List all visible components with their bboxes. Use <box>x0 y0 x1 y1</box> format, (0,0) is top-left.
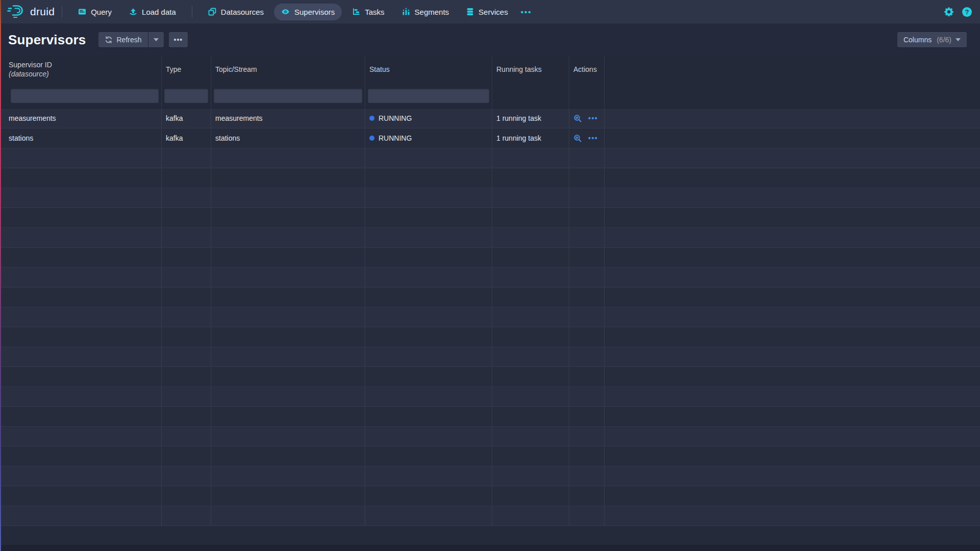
refresh-button-group: Refresh <box>98 32 164 47</box>
empty-cell <box>211 268 365 287</box>
column-header-label: Topic/Stream <box>215 65 365 74</box>
empty-table-row <box>0 287 980 307</box>
type-filter-input[interactable] <box>164 89 208 103</box>
empty-cell <box>161 367 211 386</box>
actions-cell: ••• <box>569 128 604 148</box>
column-header-supervisor-id[interactable]: Supervisor ID (datasource) <box>0 56 161 83</box>
nav-item-label: Datasources <box>221 8 264 16</box>
empty-table-row <box>0 466 980 486</box>
column-header-topic-stream[interactable]: Topic/Stream <box>211 56 365 83</box>
empty-cell <box>211 287 365 307</box>
empty-cell <box>161 208 211 227</box>
nav-item-load-data[interactable]: Load data <box>122 4 183 20</box>
status-filter-input[interactable] <box>368 89 489 103</box>
refresh-button[interactable]: Refresh <box>98 32 148 47</box>
empty-cell <box>365 327 492 347</box>
nav-item-label: Tasks <box>365 8 384 16</box>
topic-stream-filter-input[interactable] <box>214 89 362 103</box>
status-running-dot <box>369 116 374 121</box>
column-header-actions: Actions <box>569 56 604 83</box>
empty-cell <box>0 387 161 406</box>
empty-cell <box>492 268 569 287</box>
supervisor-id-filter-input[interactable] <box>11 89 159 103</box>
column-header-status[interactable]: Status <box>365 56 492 83</box>
gear-icon[interactable] <box>944 7 954 17</box>
empty-table-row <box>0 268 980 287</box>
nav-item-datasources[interactable]: Datasources <box>201 4 271 20</box>
column-header-running-tasks[interactable]: Running tasks <box>492 56 569 83</box>
empty-cell <box>492 327 569 347</box>
empty-table-row <box>0 327 980 347</box>
empty-cell <box>161 327 211 347</box>
filler-cell <box>604 109 980 128</box>
empty-cell <box>569 407 604 426</box>
empty-table-row <box>0 168 980 188</box>
filter-cell <box>569 83 604 108</box>
empty-cell <box>161 307 211 327</box>
empty-cell <box>365 168 492 188</box>
supervisors-eye-icon <box>281 8 290 16</box>
empty-table-row <box>0 387 980 407</box>
nav-overflow-more-icon[interactable]: ••• <box>517 4 536 20</box>
bottom-bar <box>0 545 980 551</box>
empty-table-row <box>0 427 980 447</box>
empty-cell <box>161 287 211 307</box>
row-more-actions-icon[interactable]: ••• <box>588 134 598 142</box>
empty-cell <box>365 148 492 168</box>
column-header-type[interactable]: Type <box>161 56 211 83</box>
row-more-actions-icon[interactable]: ••• <box>588 114 598 122</box>
columns-button-label: Columns <box>903 36 932 44</box>
empty-cell <box>161 407 211 426</box>
nav-item-tasks[interactable]: Tasks <box>345 4 391 20</box>
empty-cell <box>0 327 161 347</box>
empty-cell <box>161 148 211 168</box>
empty-cell <box>0 168 161 188</box>
empty-cell <box>0 208 161 227</box>
empty-cell <box>604 367 980 386</box>
running-tasks-cell: 1 running task <box>492 128 569 148</box>
empty-table-row <box>0 347 980 367</box>
empty-cell <box>161 427 211 446</box>
columns-button[interactable]: Columns (6/6) <box>897 32 967 47</box>
supervisor-id-cell: measurements <box>0 109 161 128</box>
empty-cell <box>211 188 365 207</box>
empty-cell <box>604 228 980 247</box>
empty-cell <box>365 466 492 486</box>
nav-item-services[interactable]: Services <box>459 4 515 20</box>
empty-cell <box>492 427 569 446</box>
empty-cell <box>604 486 980 506</box>
empty-table-row <box>0 188 980 208</box>
empty-cell <box>161 347 211 366</box>
inspect-magnifier-icon[interactable] <box>573 114 582 123</box>
topic-stream-cell: measurements <box>211 109 365 128</box>
empty-cell <box>0 307 161 327</box>
table-filter-row <box>0 83 980 109</box>
more-actions-button[interactable]: ••• <box>169 32 188 47</box>
empty-table-row <box>0 208 980 228</box>
nav-item-supervisors[interactable]: Supervisors <box>274 4 342 20</box>
empty-cell <box>569 506 604 526</box>
empty-cell <box>211 466 365 486</box>
refresh-interval-caret-button[interactable] <box>148 32 164 47</box>
nav-item-segments[interactable]: Segments <box>395 4 457 20</box>
nav-item-query[interactable]: Query <box>71 4 119 20</box>
empty-cell <box>604 268 980 287</box>
filter-cell <box>492 83 569 108</box>
druid-logo[interactable]: druid <box>7 3 55 20</box>
empty-cell <box>365 486 492 506</box>
empty-cell <box>211 506 365 526</box>
tasks-icon <box>352 8 360 16</box>
empty-cell <box>0 407 161 426</box>
table-row[interactable]: measurements kafka measurements RUNNING … <box>0 109 980 128</box>
logo-text: druid <box>30 6 55 18</box>
empty-cell <box>211 486 365 506</box>
empty-cell <box>569 248 604 267</box>
empty-cell <box>604 148 980 168</box>
help-icon[interactable]: ? <box>962 7 972 17</box>
empty-cell <box>0 447 161 466</box>
table-row[interactable]: stations kafka stations RUNNING 1 runnin… <box>0 128 980 148</box>
empty-cell <box>161 248 211 267</box>
inspect-magnifier-icon[interactable] <box>573 134 582 143</box>
empty-cell <box>0 367 161 386</box>
empty-cell <box>492 466 569 486</box>
